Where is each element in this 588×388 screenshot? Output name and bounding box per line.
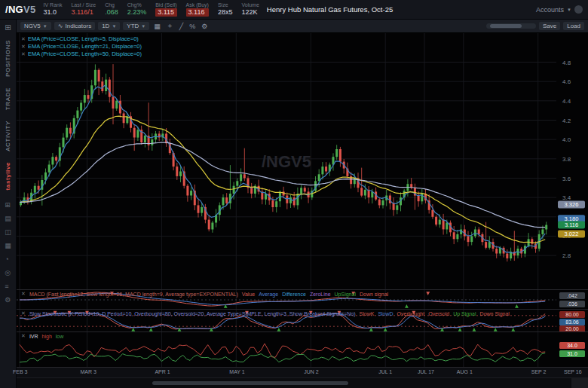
svg-text:83.06: 83.06	[565, 319, 579, 325]
time-axis-label: MAY 1	[229, 369, 244, 374]
legend-value[interactable]: Value	[242, 292, 255, 297]
quote-stats: IV Rank31.0Last / Size3.116/1Chg.068Chg%…	[44, 2, 259, 16]
remove-study-icon[interactable]: ✕	[21, 36, 26, 42]
svg-text:4.6: 4.6	[562, 78, 571, 85]
chart-pan-scrollbar[interactable]	[486, 23, 536, 29]
stochastic-panel[interactable]: 80.0083.0620.00 ✕ Slow Stochastic (K Per…	[17, 309, 588, 331]
legend-down-signal[interactable]: Down signal	[360, 292, 388, 297]
symbol[interactable]: /NGV5	[5, 4, 36, 15]
ivr-low-label: low	[56, 334, 64, 339]
legend-slowk[interactable]: SlowK	[360, 311, 375, 316]
legend-average[interactable]: Average	[259, 292, 278, 297]
legend-zeroline[interactable]: ZeroLine	[310, 292, 331, 297]
legend-difference[interactable]: Difference	[282, 292, 306, 297]
apps-grid-icon[interactable]: ⊞	[5, 23, 11, 32]
avatar[interactable]	[574, 5, 583, 14]
accounts-menu[interactable]: Accounts ▼	[536, 5, 583, 14]
scrollbar-thumb[interactable]	[490, 24, 522, 28]
stat-chg: Chg.068	[105, 2, 118, 16]
time-axis-label: FEB 3	[13, 369, 27, 374]
stat-volume: Volume122K	[241, 2, 259, 16]
chart-toolbar: NGV5 ▼ ∿ Indicators 1D ▼ YTD ▼ ▦ ＋ ╱	[17, 20, 588, 33]
svg-text:4.2: 4.2	[562, 118, 571, 124]
price-chart-panel[interactable]: 4.84.64.44.24.03.83.63.43.23.02.8/NGV53.…	[17, 33, 588, 289]
accounts-label: Accounts	[536, 6, 564, 14]
drawing-tool-icon[interactable]: ╱	[178, 23, 185, 30]
save-button[interactable]: Save	[539, 22, 560, 30]
study-ema5[interactable]: ✕EMA (Price=CLOSE, Length=5, Displace=0)	[21, 35, 142, 42]
svg-text:4.0: 4.0	[562, 136, 571, 143]
chart-type-icon[interactable]: ▦	[152, 23, 162, 30]
target-icon[interactable]: ◎	[5, 269, 11, 276]
sidebar-tab-trade[interactable]: TRADE	[5, 87, 11, 110]
svg-text:/NGV5: /NGV5	[262, 152, 311, 171]
time-axis-label: SEP 2	[531, 369, 547, 374]
timeframe-label: 1D	[102, 23, 109, 29]
sidebar-tab-tastylive[interactable]: tastylive	[5, 162, 11, 190]
crosshair-icon[interactable]: ＋	[165, 21, 175, 31]
percent-scale-icon[interactable]: %	[188, 23, 197, 30]
chevron-down-icon: ▼	[112, 24, 116, 29]
symbol-month: V5	[23, 4, 36, 15]
chart-icon[interactable]: ▦	[5, 242, 11, 249]
study-ema50-label: EMA (Price=CLOSE, Length=50, Displace=0)	[28, 50, 142, 57]
clock-icon[interactable]: ◔	[5, 255, 11, 263]
load-label: Load	[567, 23, 580, 29]
timeframe-dropdown[interactable]: 1D ▼	[98, 22, 120, 30]
remove-study-icon[interactable]: ✕	[21, 44, 26, 50]
trading-platform-window: /NGV5 IV Rank31.0Last / Size3.116/1Chg.0…	[0, 0, 588, 388]
time-axis-label: JUN 2	[304, 369, 318, 374]
legend-up-signal[interactable]: Up Signal	[453, 311, 476, 316]
legend-down-signal[interactable]: Down Signal	[480, 311, 510, 316]
range-dropdown[interactable]: YTD ▼	[123, 22, 149, 30]
study-ema21[interactable]: ✕EMA (Price=CLOSE, Length=21, Displace=0…	[21, 43, 142, 50]
stat-last-size: Last / Size3.116/1	[71, 2, 96, 16]
time-axis: FEB 3MAR 3APR 1MAY 1JUN 2JUL 1JUL 17AUG …	[17, 367, 588, 377]
scrollbar-corner	[571, 378, 588, 388]
stat-value: 122K	[241, 8, 259, 16]
legend-overbought[interactable]: Overbought	[397, 311, 425, 316]
ivr-high-label: high	[42, 334, 52, 339]
layout-icon[interactable]: ◫	[5, 228, 11, 236]
legend-upsignal[interactable]: UpSignal	[335, 292, 356, 297]
svg-text:80.00: 80.00	[565, 312, 579, 317]
svg-text:2.8: 2.8	[562, 252, 571, 259]
macd-panel[interactable]: .042.036 ✕ MACD (Fast length=12, Slow le…	[17, 289, 588, 309]
sidebar-tab-positions[interactable]: POSITIONS	[5, 40, 11, 77]
menu-icon[interactable]: ≡	[5, 283, 11, 290]
price-chart-canvas[interactable]: 4.84.64.44.24.03.83.63.43.23.02.8/NGV53.…	[17, 33, 588, 289]
ivr-header: ✕ IVR high low	[21, 333, 63, 339]
ivr-canvas[interactable]: 34.031.0	[17, 332, 588, 368]
chevron-down-icon: ▼	[43, 24, 47, 29]
settings-gear-icon[interactable]: ⚙	[200, 23, 209, 30]
svg-text:3.326: 3.326	[565, 201, 579, 208]
load-button[interactable]: Load	[563, 22, 584, 30]
macd-legend: ValueAverageDifferenceZeroLineUpSignalDo…	[242, 292, 388, 297]
settings-icon[interactable]: ⚙	[5, 296, 11, 304]
ivr-panel[interactable]: 34.031.0 ✕ IVR high low	[17, 331, 588, 367]
horizontal-scrollbar-thumb[interactable]	[152, 381, 348, 385]
legend-oversold[interactable]: Oversold	[428, 311, 449, 316]
remove-study-icon[interactable]: ✕	[21, 51, 26, 57]
remove-study-icon[interactable]: ✕	[21, 310, 26, 316]
grid-icon[interactable]: ⊞	[5, 201, 11, 209]
stat-size: Size28x5	[218, 2, 233, 16]
svg-text:20.00: 20.00	[565, 326, 579, 331]
chart-symbol-selector[interactable]: NGV5 ▼	[20, 22, 51, 30]
stat-label: Size	[218, 2, 233, 8]
svg-text:.036: .036	[567, 301, 577, 307]
indicators-label: Indicators	[65, 23, 91, 29]
chevron-down-icon: ▼	[567, 8, 571, 12]
stat-label: Bid (Sell)	[155, 2, 176, 8]
remove-study-icon[interactable]: ✕	[21, 291, 26, 297]
stat-value: 2.23%	[127, 8, 147, 16]
legend-slowd[interactable]: SlowD	[378, 311, 393, 316]
study-ema50[interactable]: ✕EMA (Price=CLOSE, Length=50, Displace=0…	[21, 50, 142, 57]
study-ema5-label: EMA (Price=CLOSE, Length=5, Displace=0)	[28, 35, 139, 42]
remove-study-icon[interactable]: ✕	[21, 333, 26, 339]
svg-text:3.8: 3.8	[562, 156, 571, 163]
indicators-button[interactable]: ∿ Indicators	[54, 22, 95, 30]
svg-text:34.0: 34.0	[567, 343, 577, 348]
sidebar-tab-activity[interactable]: ACTIVITY	[5, 121, 11, 151]
list-icon[interactable]: ▤	[5, 215, 11, 222]
